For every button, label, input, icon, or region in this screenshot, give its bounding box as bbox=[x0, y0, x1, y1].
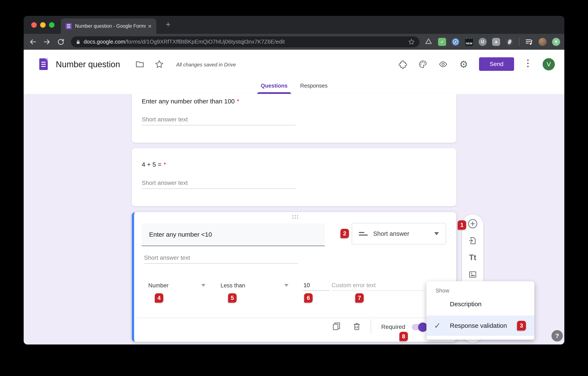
question-card[interactable]: 4 + 5 =* Short answer text bbox=[132, 148, 456, 206]
question-type-dropdown[interactable]: Short answer bbox=[352, 223, 446, 244]
browser-toolbar: docs.google.com/forms/d/1Og9XRfTXffBtBKp… bbox=[24, 34, 564, 50]
short-answer-placeholder: Short answer text bbox=[142, 115, 295, 125]
extensions-area: ✓ NEW U a bbox=[425, 38, 560, 46]
toggle-thumb[interactable] bbox=[418, 322, 428, 332]
reload-icon[interactable] bbox=[57, 38, 65, 46]
required-asterisk: * bbox=[237, 98, 239, 105]
drive-extension-icon[interactable] bbox=[425, 38, 432, 46]
active-tab-underline bbox=[257, 92, 291, 94]
star-icon[interactable] bbox=[155, 60, 164, 69]
required-asterisk: * bbox=[163, 161, 166, 168]
drag-handle-icon[interactable] bbox=[292, 215, 298, 219]
addons-puzzle-icon[interactable] bbox=[398, 60, 407, 69]
account-avatar[interactable]: V bbox=[543, 58, 555, 70]
chevron-down-icon[interactable] bbox=[284, 284, 289, 287]
lock-icon bbox=[76, 39, 81, 45]
chevron-down-icon bbox=[434, 232, 439, 235]
minimize-window-button[interactable] bbox=[40, 22, 46, 28]
menu-item-response-validation[interactable]: ✓ Response validation 3 bbox=[426, 316, 534, 336]
window-controls bbox=[31, 22, 54, 28]
forward-icon[interactable] bbox=[43, 38, 51, 46]
back-icon[interactable] bbox=[29, 38, 37, 46]
google-forms-app: Number question All changes saved in Dri… bbox=[24, 50, 564, 344]
tab-responses[interactable]: Responses bbox=[296, 79, 332, 94]
url-path: /forms/d/1Og9XRfTXffBtBKpEmQiO7hlUj06tys… bbox=[125, 38, 285, 45]
tab-close-icon[interactable]: × bbox=[148, 23, 152, 29]
toolbar-separator bbox=[519, 38, 520, 46]
compass-extension-icon[interactable] bbox=[452, 38, 460, 46]
callout-badge-1: 1 bbox=[458, 220, 466, 230]
preview-eye-icon[interactable] bbox=[439, 60, 448, 69]
moon-extension-icon[interactable] bbox=[506, 38, 514, 46]
question-title-input[interactable] bbox=[142, 223, 325, 246]
validation-condition-dropdown[interactable]: Less than bbox=[220, 280, 245, 291]
mail-extension-icon[interactable]: ✓ bbox=[438, 38, 446, 46]
validation-kind-dropdown[interactable]: Number bbox=[148, 280, 168, 291]
short-answer-placeholder: Short answer text bbox=[142, 179, 295, 189]
chevron-down-icon[interactable] bbox=[201, 284, 206, 287]
move-to-folder-icon[interactable] bbox=[135, 60, 145, 69]
send-button[interactable]: Send bbox=[479, 57, 514, 71]
form-tabs: Questions Responses bbox=[24, 79, 564, 94]
zoom-window-button[interactable] bbox=[49, 22, 54, 28]
form-title[interactable]: Number question bbox=[56, 50, 120, 79]
callout-badge-5: 5 bbox=[228, 293, 237, 303]
question-card[interactable]: Enter any number other than 100* Short a… bbox=[132, 94, 456, 143]
tab-title: Number question - Google Forms bbox=[75, 23, 146, 29]
u-extension-icon[interactable]: U bbox=[479, 38, 487, 46]
new-extension-icon[interactable]: NEW bbox=[465, 38, 473, 46]
callout-badge-2: 2 bbox=[340, 229, 349, 238]
callout-badge-8: 8 bbox=[399, 332, 408, 341]
duplicate-icon[interactable] bbox=[332, 322, 341, 331]
address-bar[interactable]: docs.google.com/forms/d/1Og9XRfTXffBtBKp… bbox=[71, 36, 420, 47]
import-questions-icon[interactable] bbox=[468, 236, 477, 245]
add-question-icon[interactable] bbox=[468, 219, 478, 229]
add-title-text-icon[interactable]: Tt bbox=[468, 253, 478, 262]
show-menu: Show Description ✓ Response validation 3 bbox=[426, 281, 534, 340]
browser-tab[interactable]: Number question - Google Forms × bbox=[61, 18, 156, 34]
url-host: docs.google.com bbox=[84, 38, 125, 45]
forms-doc-icon[interactable] bbox=[39, 58, 48, 70]
tab-strip: Number question - Google Forms × + bbox=[24, 16, 564, 34]
card-divider bbox=[137, 318, 451, 318]
callout-badge-3: 3 bbox=[517, 321, 526, 331]
update-extension-icon[interactable] bbox=[552, 38, 560, 46]
callout-badge-4: 4 bbox=[155, 293, 163, 303]
question-title: Enter any number other than 100* bbox=[142, 98, 239, 105]
chat-extension-icon[interactable]: a bbox=[492, 38, 500, 46]
tab-questions[interactable]: Questions bbox=[256, 79, 292, 94]
short-answer-placeholder: Short answer text bbox=[144, 254, 298, 264]
form-canvas: Enter any number other than 100* Short a… bbox=[24, 94, 564, 344]
add-image-icon[interactable] bbox=[468, 270, 477, 279]
short-answer-type-icon bbox=[359, 232, 368, 236]
required-label: Required bbox=[381, 321, 405, 332]
check-icon: ✓ bbox=[434, 316, 441, 336]
delete-trash-icon[interactable] bbox=[352, 322, 361, 331]
form-header: Number question All changes saved in Dri… bbox=[24, 50, 564, 79]
custom-error-text-input[interactable] bbox=[332, 280, 425, 291]
question-type-label: Short answer bbox=[373, 230, 409, 237]
saved-status: All changes saved in Drive bbox=[176, 50, 236, 80]
profile-avatar[interactable] bbox=[539, 38, 546, 46]
help-button[interactable]: ? bbox=[551, 330, 563, 342]
forms-favicon-icon bbox=[65, 23, 72, 29]
required-toggle[interactable] bbox=[412, 324, 427, 330]
playlist-extension-icon[interactable] bbox=[525, 38, 533, 46]
show-menu-header: Show bbox=[436, 286, 449, 295]
close-window-button[interactable] bbox=[31, 22, 37, 28]
bookmark-star-icon[interactable] bbox=[408, 38, 415, 45]
browser-window: Number question - Google Forms × + docs.… bbox=[24, 16, 564, 344]
validation-value-input[interactable] bbox=[304, 280, 330, 291]
theme-palette-icon[interactable] bbox=[418, 60, 428, 69]
selected-question-card[interactable]: 2 Short answer Short answer text Number … bbox=[132, 212, 456, 342]
callout-badge-6: 6 bbox=[304, 293, 313, 303]
new-tab-button[interactable]: + bbox=[163, 20, 173, 29]
menu-item-description[interactable]: Description bbox=[450, 296, 482, 312]
more-options-kebab-icon[interactable] bbox=[527, 59, 529, 67]
actions-separator bbox=[371, 319, 371, 334]
callout-badge-7: 7 bbox=[355, 293, 364, 303]
settings-gear-icon[interactable]: ⚙ bbox=[459, 60, 468, 69]
question-title: 4 + 5 =* bbox=[142, 161, 166, 168]
